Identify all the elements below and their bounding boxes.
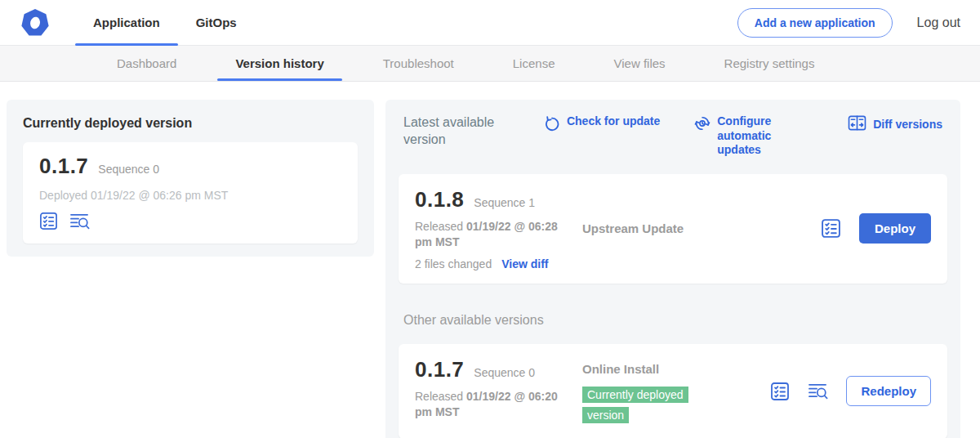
- deploy-logs-icon[interactable]: [808, 382, 828, 400]
- version-source: Online Install Currently deployed versio…: [582, 357, 770, 426]
- version-row: 0.1.7 Sequence 0: [39, 154, 341, 179]
- tab-label: Troubleshoot: [383, 56, 454, 70]
- schedule-update-icon: [694, 114, 710, 136]
- refresh-icon: [544, 114, 560, 136]
- preflight-checks-icon[interactable]: [39, 212, 58, 230]
- upstream-update-label: Upstream Update: [582, 221, 684, 235]
- other-sequence-label: Sequence 0: [474, 366, 535, 379]
- latest-released-timestamp: Released 01/19/22 @ 06:28 pm MST: [415, 219, 566, 251]
- available-versions-header: Latest available version Check for updat…: [399, 113, 947, 158]
- active-tab-underline: [217, 78, 341, 81]
- version-row: 0.1.7 Sequence 0: [415, 357, 582, 382]
- deployed-sequence-label: Sequence 0: [98, 163, 159, 176]
- app-sub-nav: Dashboard Version history Troubleshoot L…: [0, 46, 980, 82]
- tab-label: Registry settings: [724, 56, 815, 70]
- add-new-application-button[interactable]: Add a new application: [737, 8, 893, 38]
- diff-versions-link[interactable]: Diff versions: [848, 114, 942, 135]
- other-version-number: 0.1.7: [415, 357, 464, 382]
- latest-sequence-label: Sequence 1: [474, 196, 535, 209]
- top-nav: Application GitOps Add a new application…: [0, 0, 980, 46]
- released-prefix: Released: [415, 220, 466, 233]
- app-logo-icon: [20, 7, 51, 38]
- deploy-button[interactable]: Deploy: [859, 213, 931, 244]
- view-diff-link[interactable]: View diff: [501, 257, 548, 270]
- deployed-timestamp: Deployed 01/19/22 @ 06:26 pm MST: [39, 189, 341, 202]
- other-versions-heading: Other available versions: [403, 313, 947, 328]
- deployed-version-number: 0.1.7: [39, 154, 88, 179]
- version-source: Upstream Update: [582, 187, 821, 270]
- tab-license[interactable]: License: [483, 46, 585, 81]
- latest-available-title: Latest available version: [403, 114, 510, 149]
- deployed-version-card: 0.1.7 Sequence 0 Deployed 01/19/22 @ 06:…: [23, 142, 358, 244]
- released-prefix: Released: [415, 390, 466, 403]
- latest-version-number: 0.1.8: [415, 187, 464, 212]
- redeploy-button[interactable]: Redeploy: [846, 376, 931, 406]
- version-info: 0.1.7 Sequence 0 Released 01/19/22 @ 06:…: [415, 357, 582, 426]
- version-actions: Redeploy: [770, 357, 931, 426]
- check-for-update-label: Check for update: [567, 114, 660, 129]
- tab-dashboard[interactable]: Dashboard: [87, 46, 206, 81]
- check-for-update-link[interactable]: Check for update: [544, 114, 660, 136]
- tab-label: Dashboard: [117, 56, 176, 70]
- topnav-tab-application[interactable]: Application: [75, 0, 178, 45]
- currently-deployed-panel: Currently deployed version 0.1.7 Sequenc…: [7, 100, 374, 257]
- tab-view-files[interactable]: View files: [584, 46, 694, 81]
- tab-label: View files: [613, 56, 665, 70]
- version-actions: Deploy: [821, 187, 931, 270]
- version-info: 0.1.8 Sequence 1 Released 01/19/22 @ 06:…: [415, 187, 582, 270]
- logout-link[interactable]: Log out: [917, 16, 960, 30]
- files-changed-count: 2 files changed: [415, 257, 492, 270]
- available-versions-panel: Latest available version Check for updat…: [385, 100, 960, 438]
- other-version-card: 0.1.7 Sequence 0 Released 01/19/22 @ 06:…: [399, 344, 947, 438]
- other-released-timestamp: Released 01/19/22 @ 06:20 pm MST: [415, 389, 566, 421]
- online-install-label: Online Install: [582, 362, 770, 376]
- currently-deployed-badge: Currently deployed version: [582, 387, 688, 424]
- tab-troubleshoot[interactable]: Troubleshoot: [354, 46, 483, 81]
- topnav-tab-label: GitOps: [196, 16, 237, 29]
- tab-version-history[interactable]: Version history: [206, 46, 353, 81]
- files-changed-row: 2 files changed View diff: [415, 257, 582, 270]
- diff-versions-label: Diff versions: [873, 118, 942, 132]
- deploy-logs-icon[interactable]: [69, 212, 90, 230]
- configure-automatic-updates-link[interactable]: Configure automatic updates: [694, 114, 813, 158]
- preflight-checks-icon[interactable]: [821, 218, 841, 239]
- version-row: 0.1.8 Sequence 1: [415, 187, 582, 212]
- tab-label: Version history: [235, 56, 323, 70]
- preflight-checks-icon[interactable]: [770, 382, 790, 401]
- tab-registry-settings[interactable]: Registry settings: [695, 46, 844, 81]
- latest-version-card: 0.1.8 Sequence 1 Released 01/19/22 @ 06:…: [399, 174, 947, 284]
- badge-wrap: Currently deployed version: [582, 384, 706, 426]
- topnav-tab-gitops[interactable]: GitOps: [178, 0, 255, 45]
- main-content: Currently deployed version 0.1.7 Sequenc…: [0, 82, 980, 438]
- diff-icon: [848, 114, 866, 135]
- currently-deployed-title: Currently deployed version: [23, 116, 358, 131]
- configure-automatic-updates-label: Configure automatic updates: [717, 114, 813, 158]
- topnav-tab-label: Application: [93, 16, 160, 29]
- deployed-actions: [39, 212, 341, 230]
- tab-label: License: [513, 56, 555, 70]
